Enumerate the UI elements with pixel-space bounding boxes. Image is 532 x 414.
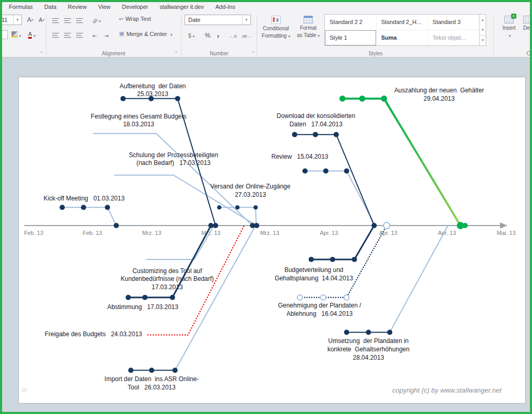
corner-mark: 20 — [22, 387, 27, 393]
comma-icon — [217, 29, 219, 38]
gallery-more-button[interactable] — [480, 35, 486, 45]
milestone-marker — [330, 257, 335, 262]
border-button[interactable] — [1, 30, 8, 39]
accounting-format-button[interactable] — [185, 30, 198, 40]
align-center-button[interactable] — [62, 30, 72, 40]
tab-formulas[interactable]: Formulas — [3, 4, 39, 10]
font-size-value: 11 — [2, 17, 7, 23]
percent-style-button[interactable] — [202, 30, 213, 40]
tab-view[interactable]: View — [92, 4, 116, 10]
align-right-button[interactable] — [74, 30, 84, 40]
axis-dot — [254, 223, 259, 228]
cell-styles-gallery: Standard 2 2 Standard 2_H... Standard 3 … — [324, 14, 486, 46]
align-center-icon — [64, 33, 71, 38]
milestone-marker — [387, 329, 392, 335]
milestone-label: Aufbereitung der Daten — [119, 82, 186, 90]
align-top-icon — [52, 18, 59, 23]
milestone-marker — [303, 168, 308, 173]
comma-style-button[interactable] — [213, 29, 223, 38]
milestone-label: Daten 17.04.2013 — [289, 121, 343, 128]
milestone-label: Schulung der Prozessbeteiligten — [129, 151, 218, 159]
decrease-indent-button[interactable] — [90, 30, 100, 40]
number-format-select[interactable]: Date — [185, 15, 251, 25]
cell-style-tekst[interactable]: Tekst objaś... — [428, 30, 479, 46]
align-middle-button[interactable] — [62, 16, 72, 25]
orientation-button[interactable] — [90, 15, 103, 25]
alignment-group-label: Alignment — [47, 51, 180, 56]
cell-style-style-1[interactable]: Style 1 — [325, 30, 377, 46]
cell-style-standard-3[interactable]: Standard 3 — [428, 15, 479, 30]
tab-review[interactable]: Review — [62, 4, 92, 10]
conditional-formatting-button[interactable]: Conditional Formatting — [259, 14, 293, 49]
milestone-marker — [344, 168, 349, 173]
cell-style-standard-2-h[interactable]: Standard 2_H... — [377, 15, 428, 30]
tab-stallwanger-it-dev[interactable]: stallwanger it.dev — [154, 4, 210, 10]
conditional-formatting-label-2: Formatting — [262, 33, 290, 39]
milestone-label: Auszahlung der neuen Gehälter — [394, 87, 484, 94]
timeline-chart[interactable]: Feb. 13Feb. 13Mrz. 13Mrz. 13Mrz. 13Apr. … — [18, 77, 526, 404]
text-orientation-icon — [92, 16, 98, 24]
milestone-label: Festlegung eines Gesamt Budgets — [91, 113, 186, 120]
align-bottom-button[interactable] — [74, 16, 84, 25]
align-left-button[interactable] — [50, 30, 61, 40]
milestone-marker — [334, 132, 339, 137]
milestone-marker — [235, 205, 239, 209]
number-format-value: Date — [188, 17, 200, 23]
increase-decimal-button[interactable] — [226, 30, 239, 40]
milestone-marker — [309, 257, 314, 262]
milestone-customizing-tool: Customizing des Tool aufKundenbedürfniss… — [120, 226, 214, 291]
axis-arrow-icon — [500, 222, 507, 229]
format-as-table-icon — [304, 16, 313, 23]
gallery-scroll-down-button[interactable] — [480, 25, 486, 34]
tab-developer[interactable]: Developer — [116, 4, 154, 10]
milestone-label: (nach Bedarf) 17.03.2013 — [136, 159, 211, 167]
increase-decimal-icon — [229, 31, 237, 39]
format-as-table-button[interactable]: Format as Table — [293, 14, 323, 49]
milestone-versand-online-zugaenge: Versand der Online-Zugänge27.03.2013 — [210, 183, 291, 225]
merge-center-label: Merge & Center — [126, 31, 167, 37]
decrease-decimal-button[interactable] — [240, 30, 252, 40]
percent-icon — [205, 31, 211, 39]
milestone-label: Kundenbedürfnisse (nach Bedarf) — [120, 275, 214, 282]
milestone-label: 18.03.2013 — [123, 121, 154, 128]
gallery-scrollbar — [479, 15, 486, 45]
delete-cells-button[interactable]: De — [523, 14, 532, 49]
chevron-down-icon — [507, 32, 511, 39]
font-dialog-launcher[interactable] — [39, 48, 44, 53]
axis-tick-label: Apr. 13 — [438, 230, 456, 236]
milestone-label: Umsetzung der Plandaten in — [328, 337, 408, 345]
align-top-button[interactable] — [50, 16, 61, 25]
cell-style-standard-2-2[interactable]: Standard 2 2 — [325, 15, 377, 30]
milestone-marker — [297, 295, 303, 300]
axis-dot — [208, 223, 213, 228]
font-size-select[interactable]: 11 — [0, 15, 22, 25]
styles-group-label: Styles — [258, 51, 493, 56]
decrease-font-size-button[interactable] — [37, 15, 47, 25]
milestone-label: Ablehnung 16.04.2013 — [286, 310, 353, 317]
font-color-button[interactable] — [25, 30, 39, 39]
merge-center-button[interactable]: Merge & Center — [119, 30, 173, 37]
milestone-marker — [170, 295, 175, 300]
increase-indent-icon — [104, 31, 108, 39]
milestone-marker — [323, 168, 329, 173]
fill-color-button[interactable] — [9, 30, 23, 39]
wrap-text-button[interactable]: Wrap Text — [119, 16, 151, 22]
tab-data[interactable]: Data — [39, 4, 62, 10]
worksheet-canvas[interactable]: Feb. 13Feb. 13Mrz. 13Mrz. 13Mrz. 13Apr. … — [0, 57, 532, 414]
milestone-label: Versand der Online-Zugänge — [210, 183, 291, 190]
axis-tick-label: Feb. 13 — [24, 230, 43, 236]
number-dialog-launcher[interactable] — [250, 48, 256, 53]
axis-dot — [383, 222, 390, 229]
increase-indent-button[interactable] — [101, 30, 112, 40]
milestone-marker — [128, 368, 134, 373]
increase-font-size-button[interactable] — [25, 15, 35, 25]
milestone-auszahlung-neue-gehaelter: Auszahlung der neuen Gehälter29.04.2013 — [340, 87, 484, 226]
insert-cells-button[interactable]: Insert — [496, 14, 522, 49]
alignment-dialog-launcher[interactable] — [173, 48, 178, 53]
timeline-svg: Feb. 13Feb. 13Mrz. 13Mrz. 13Mrz. 13Apr. … — [19, 77, 525, 403]
tab-add-ins[interactable]: Add-Ins — [210, 4, 241, 10]
milestone-marker — [149, 368, 154, 373]
cell-style-suma[interactable]: Suma — [377, 30, 428, 46]
gallery-scroll-up-button[interactable] — [480, 15, 486, 25]
ribbon-body: 11 Wrap Text Merge & Cent — [0, 13, 532, 57]
